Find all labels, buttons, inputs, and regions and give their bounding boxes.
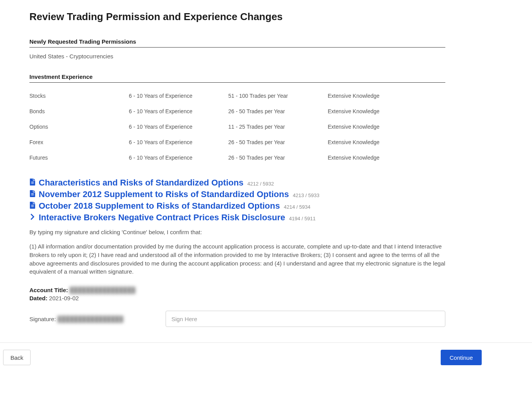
account-title-label: Account Title: — [29, 287, 68, 293]
exp-years: 6 - 10 Years of Experience — [129, 93, 228, 99]
section-header-permissions: Newly Requested Trading Permissions — [29, 38, 445, 48]
pdf-icon — [29, 202, 36, 209]
exp-trades: 11 - 25 Trades per Year — [228, 124, 328, 130]
exp-knowledge: Extensive Knowledge — [328, 139, 445, 145]
back-button[interactable]: Back — [3, 350, 31, 365]
document-link[interactable]: October 2018 Supplement to Risks of Stan… — [29, 201, 445, 211]
signature-input[interactable] — [166, 311, 445, 327]
table-row: Stocks 6 - 10 Years of Experience 51 - 1… — [29, 88, 445, 104]
signature-hint: ████████████████ — [58, 316, 123, 322]
table-row: Options 6 - 10 Years of Experience 11 - … — [29, 119, 445, 134]
account-title-value: ████████████████ — [70, 287, 135, 293]
document-title[interactable]: Characteristics and Risks of Standardize… — [39, 178, 243, 188]
account-title-row: Account Title: ████████████████ — [29, 287, 445, 293]
document-link[interactable]: Characteristics and Risks of Standardize… — [29, 178, 445, 188]
confirmation-body: (1) All information and/or documentation… — [29, 242, 445, 276]
exp-years: 6 - 10 Years of Experience — [129, 139, 228, 145]
exp-trades: 26 - 50 Trades per Year — [228, 139, 328, 145]
document-link[interactable]: Interactive Brokers Negative Contract Pr… — [29, 213, 445, 223]
exp-knowledge: Extensive Knowledge — [328, 155, 445, 161]
table-row: Bonds 6 - 10 Years of Experience 26 - 50… — [29, 104, 445, 119]
document-title[interactable]: November 2012 Supplement to Risks of Sta… — [39, 189, 289, 199]
table-row: Forex 6 - 10 Years of Experience 26 - 50… — [29, 134, 445, 150]
document-title[interactable]: October 2018 Supplement to Risks of Stan… — [39, 201, 280, 211]
exp-years: 6 - 10 Years of Experience — [129, 124, 228, 130]
pdf-icon — [29, 179, 36, 185]
exp-product: Stocks — [29, 93, 129, 99]
exp-years: 6 - 10 Years of Experience — [129, 155, 228, 161]
exp-years: 6 - 10 Years of Experience — [129, 108, 228, 114]
document-link[interactable]: November 2012 Supplement to Risks of Sta… — [29, 189, 445, 199]
exp-knowledge: Extensive Knowledge — [328, 93, 445, 99]
exp-trades: 26 - 50 Trades per Year — [228, 108, 328, 114]
continue-button[interactable]: Continue — [441, 350, 482, 365]
confirmation-intro: By typing my signature and clicking 'Con… — [29, 229, 445, 235]
section-header-experience: Investment Experience — [29, 73, 445, 83]
dated-value: 2021-09-02 — [49, 295, 79, 301]
dated-row: Dated: 2021-09-02 — [29, 295, 445, 301]
table-row: Futures 6 - 10 Years of Experience 26 - … — [29, 150, 445, 165]
exp-product: Options — [29, 124, 129, 130]
experience-table: Stocks 6 - 10 Years of Experience 51 - 1… — [29, 88, 445, 165]
signature-label: Signature: — [29, 316, 56, 322]
document-ref: 4212 / 5932 — [247, 181, 274, 187]
page-title: Review Trading Permission and Experience… — [29, 11, 445, 23]
documents-list: Characteristics and Risks of Standardize… — [29, 178, 445, 223]
pdf-icon — [29, 190, 36, 197]
exp-knowledge: Extensive Knowledge — [328, 108, 445, 114]
exp-product: Forex — [29, 139, 129, 145]
chevron-right-icon — [29, 213, 36, 220]
exp-knowledge: Extensive Knowledge — [328, 124, 445, 130]
exp-product: Futures — [29, 155, 129, 161]
document-title[interactable]: Interactive Brokers Negative Contract Pr… — [39, 213, 285, 223]
exp-trades: 51 - 100 Trades per Year — [228, 93, 328, 99]
exp-product: Bonds — [29, 108, 129, 114]
document-ref: 4213 / 5933 — [293, 192, 320, 198]
exp-trades: 26 - 50 Trades per Year — [228, 155, 328, 161]
dated-label: Dated: — [29, 295, 48, 301]
requested-permission: United States - Cryptocurrencies — [29, 53, 445, 60]
document-ref: 4214 / 5934 — [284, 204, 310, 210]
document-ref: 4194 / 5911 — [289, 216, 316, 221]
